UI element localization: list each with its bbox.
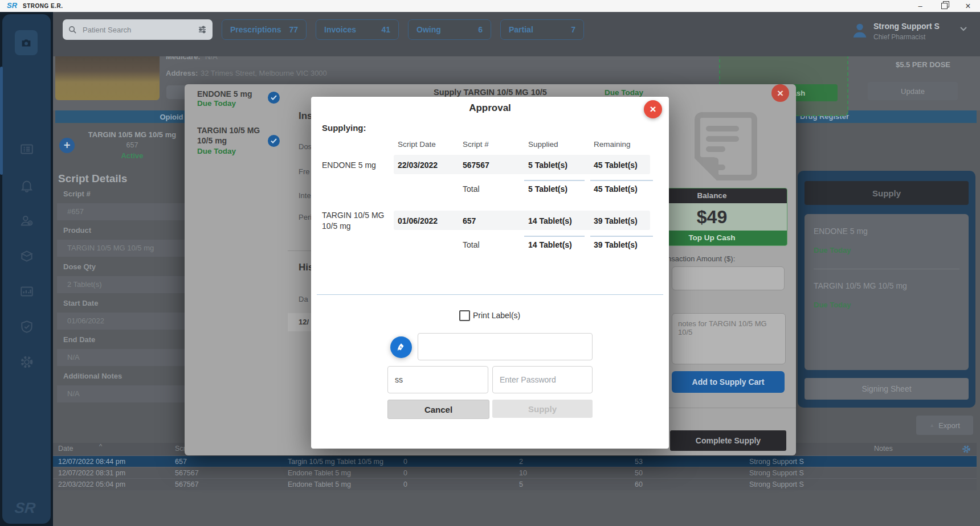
col-remaining: Remaining: [594, 140, 631, 149]
supplying-label: Supplying:: [322, 123, 366, 133]
filter-sliders-icon[interactable]: [198, 25, 207, 34]
cell-supplied-by: Strong Support S: [749, 480, 804, 488]
add-script-button[interactable]: +: [59, 138, 75, 153]
cell-doses: 0: [403, 469, 407, 477]
print-labels-label: Print Label(s): [473, 311, 520, 320]
close-approval-button[interactable]: ×: [644, 100, 662, 118]
divider: [317, 294, 663, 295]
history-row[interactable]: 12/07/2022 08:31 pm 567567 Endone Tablet…: [53, 467, 977, 479]
field-label: Additional Notes: [63, 372, 122, 380]
section-frequency-fragment: Fre: [299, 167, 310, 176]
total-supplied: 14 Tablet(s): [528, 240, 572, 249]
field-value: #657: [67, 207, 84, 216]
add-to-supply-cart-button[interactable]: Add to Supply Cart: [672, 371, 785, 393]
current-script-product[interactable]: TARGIN 10/5 MG 10/5 mg: [80, 130, 185, 139]
update-button[interactable]: Update: [868, 82, 958, 100]
col-supplied: Supplied: [528, 140, 558, 149]
chevron-down-icon[interactable]: [959, 26, 967, 32]
col-date[interactable]: Date: [58, 445, 73, 453]
cancel-button[interactable]: Cancel: [387, 400, 489, 419]
pen-nib-icon: [396, 342, 406, 352]
search-icon: [68, 26, 77, 34]
signing-sheet-button[interactable]: Signing Sheet: [805, 378, 969, 400]
nav-owing[interactable]: Owing6: [408, 19, 491, 40]
supply-card: [805, 214, 969, 370]
app-logo: SR: [7, 1, 17, 10]
supply-item-due: Due Today: [814, 301, 851, 309]
sidebar-item-notifications[interactable]: [19, 178, 34, 193]
section-interval-fragment: Inte: [299, 191, 311, 200]
close-window-button[interactable]: ×: [958, 0, 978, 12]
minimize-button[interactable]: –: [910, 0, 930, 12]
total-overline: [524, 236, 585, 237]
total-overline: [590, 180, 653, 181]
nav-prescriptions[interactable]: Prescriptions77: [222, 19, 307, 40]
queue-item-due: Due Today: [197, 147, 236, 155]
print-labels-checkbox[interactable]: [459, 310, 470, 321]
history-row[interactable]: 22/03/2022 05:04 pm 567567 Endone Tablet…: [53, 478, 977, 490]
supply-notes-textarea[interactable]: [672, 313, 786, 364]
total-label: Total: [463, 184, 480, 194]
drug-name: TARGIN 10/5 MG: [322, 211, 384, 220]
supply-submit-button[interactable]: Supply: [492, 400, 593, 418]
user-role: Chief Pharmacist: [873, 33, 925, 41]
section-dose-fragment: Dos: [299, 142, 312, 151]
password-input[interactable]: [492, 366, 593, 393]
initials-input[interactable]: [387, 366, 488, 393]
field-value: TARGIN 10/5 MG 10/5 mg: [67, 244, 154, 252]
col-notes[interactable]: Notes: [874, 445, 893, 453]
patient-photo: [55, 53, 160, 100]
queue-item-name[interactable]: ENDONE 5 mg: [197, 89, 252, 99]
script-list-icon: [19, 142, 34, 157]
cell-supplied: 2: [519, 458, 523, 466]
prescription-document-icon: [691, 110, 761, 182]
section-period-fragment: Peri: [299, 213, 312, 221]
cell-supplied-by: Strong Support S: [749, 458, 804, 466]
signature-input[interactable]: [418, 333, 593, 360]
cell-date: 12/07/2022 08:44 pm: [58, 458, 125, 466]
field-label: Script #: [63, 190, 91, 198]
camera-button[interactable]: [15, 30, 38, 55]
cell-script: 567567: [175, 480, 199, 488]
table-settings-gear-icon[interactable]: [962, 445, 971, 454]
sidebar-item-patients[interactable]: [19, 213, 34, 228]
cell-script: 567567: [175, 469, 199, 477]
sidebar-item-scripts[interactable]: [19, 142, 34, 157]
supply-dialog-due: Due Today: [605, 88, 643, 97]
signature-button[interactable]: [390, 336, 412, 358]
address-value: 32 Trimes Street, Melbourne VIC 3000: [201, 69, 327, 77]
supply-panel-title[interactable]: Supply: [805, 181, 969, 205]
search-input[interactable]: [81, 25, 198, 35]
field-value: N/A: [67, 389, 80, 398]
patient-search[interactable]: [63, 19, 213, 40]
export-button[interactable]: ▲Export: [916, 416, 973, 435]
sidebar-logo: SR: [14, 499, 36, 517]
close-supply-dialog-button[interactable]: ×: [771, 84, 789, 102]
nav-invoices[interactable]: Invoices41: [316, 19, 399, 40]
cell-supplied-by: Strong Support S: [749, 469, 804, 477]
sidebar-item-reports[interactable]: [19, 284, 34, 299]
sidebar-item-compliance[interactable]: [19, 319, 34, 334]
shield-check-icon: [19, 319, 34, 334]
camera-icon: [20, 36, 32, 49]
total-overline: [590, 236, 653, 237]
history-row[interactable]: 12/07/2022 08:44 pm 657 Targin 10/5 mg T…: [53, 455, 977, 467]
export-caret-icon: ▲: [929, 422, 934, 428]
window-titlebar: SR STRONG E.R. – ×: [0, 0, 980, 12]
address-label: Address:: [166, 69, 198, 77]
drug-name: ENDONE 5 mg: [322, 161, 376, 170]
complete-supply-button[interactable]: Complete Supply: [670, 430, 786, 451]
app-window: Medicare: N/A Address: 32 Trimes Street,…: [0, 0, 980, 526]
user-avatar[interactable]: [850, 20, 869, 40]
remaining-qty: 39 Tablet(s): [594, 216, 638, 225]
nav-partial[interactable]: Partial7: [500, 19, 584, 40]
sidebar-item-inventory[interactable]: [19, 249, 34, 264]
sidebar-item-settings[interactable]: [19, 355, 34, 369]
section-instructions-fragment: Ins: [299, 110, 313, 122]
cell-date: 22/03/2022 05:04 pm: [58, 480, 125, 488]
queue-item-name[interactable]: TARGIN 10/5 MG: [197, 125, 260, 135]
restore-button[interactable]: [934, 0, 954, 12]
person-add-icon: [19, 213, 34, 228]
amount-input[interactable]: [672, 266, 785, 290]
cell-doses: 0: [403, 458, 407, 466]
